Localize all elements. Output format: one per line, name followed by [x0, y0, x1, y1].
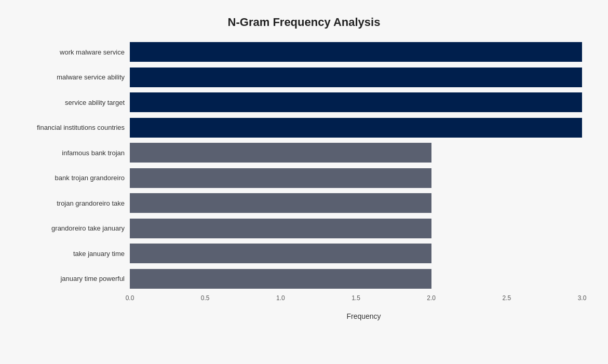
- bar-fill: [130, 143, 431, 163]
- bar-track: [130, 244, 582, 263]
- x-tick: 3.0: [578, 294, 587, 302]
- chart-container: N-Gram Frequency Analysis work malware s…: [0, 0, 608, 364]
- chart-area: work malware servicemalware service abil…: [10, 39, 598, 320]
- x-tick: 0.5: [201, 294, 210, 302]
- bars-section: work malware servicemalware service abil…: [10, 39, 598, 291]
- bar-fill: [130, 92, 582, 112]
- bar-track: [130, 68, 582, 87]
- bar-track: [130, 118, 582, 138]
- bar-label: work malware service: [10, 48, 125, 56]
- bar-row: financial institutions countries: [130, 115, 582, 141]
- bar-row: january time powerful: [130, 266, 582, 292]
- bar-label: financial institutions countries: [10, 124, 125, 131]
- bar-fill: [130, 244, 431, 263]
- x-tick: 2.5: [502, 294, 511, 302]
- bar-label: take january time: [10, 250, 125, 258]
- bar-label: trojan grandoreiro take: [10, 199, 125, 207]
- x-tick: 2.0: [427, 294, 436, 302]
- bar-fill: [130, 68, 582, 87]
- bar-track: [130, 92, 582, 112]
- bar-track: [130, 193, 582, 213]
- bar-track: [130, 219, 582, 238]
- bar-track: [130, 168, 582, 188]
- bar-fill: [130, 219, 431, 238]
- bar-row: bank trojan grandoreiro: [130, 166, 582, 191]
- bar-label: malware service ability: [10, 73, 125, 81]
- x-axis: 0.00.51.01.52.02.53.0: [10, 294, 598, 310]
- x-tick: 1.0: [276, 294, 285, 302]
- bar-row: take january time: [130, 241, 582, 266]
- bar-label: grandoreiro take january: [10, 224, 125, 232]
- bar-row: service ability target: [130, 90, 582, 115]
- x-tick: 0.0: [126, 294, 134, 302]
- bar-label: bank trojan grandoreiro: [10, 174, 125, 182]
- bar-row: grandoreiro take january: [130, 216, 582, 241]
- bar-label: service ability target: [10, 99, 125, 106]
- bar-label: january time powerful: [10, 275, 125, 282]
- bar-track: [130, 42, 582, 62]
- x-tick: 1.5: [352, 294, 360, 302]
- bar-fill: [130, 118, 582, 138]
- x-axis-label: Frequency: [10, 312, 598, 320]
- chart-title: N-Gram Frequency Analysis: [10, 10, 598, 39]
- bar-row: work malware service: [130, 39, 582, 65]
- bar-row: malware service ability: [130, 65, 582, 90]
- bar-track: [130, 269, 582, 289]
- bar-row: trojan grandoreiro take: [130, 191, 582, 216]
- bar-row: infamous bank trojan: [130, 140, 582, 166]
- bar-fill: [130, 193, 431, 213]
- bar-label: infamous bank trojan: [10, 149, 125, 157]
- bar-fill: [130, 269, 431, 289]
- bar-track: [130, 143, 582, 163]
- bar-fill: [130, 168, 431, 188]
- bar-fill: [130, 42, 582, 62]
